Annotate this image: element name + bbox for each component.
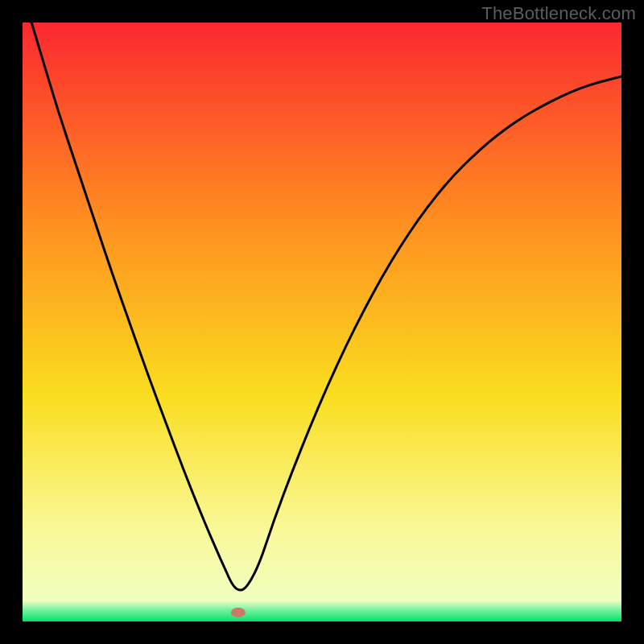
plot-svg xyxy=(23,23,621,621)
plot-area xyxy=(23,23,621,621)
watermark-label: TheBottleneck.com xyxy=(481,3,636,24)
chart-frame: TheBottleneck.com xyxy=(0,0,644,644)
optimal-point-marker xyxy=(231,608,246,617)
